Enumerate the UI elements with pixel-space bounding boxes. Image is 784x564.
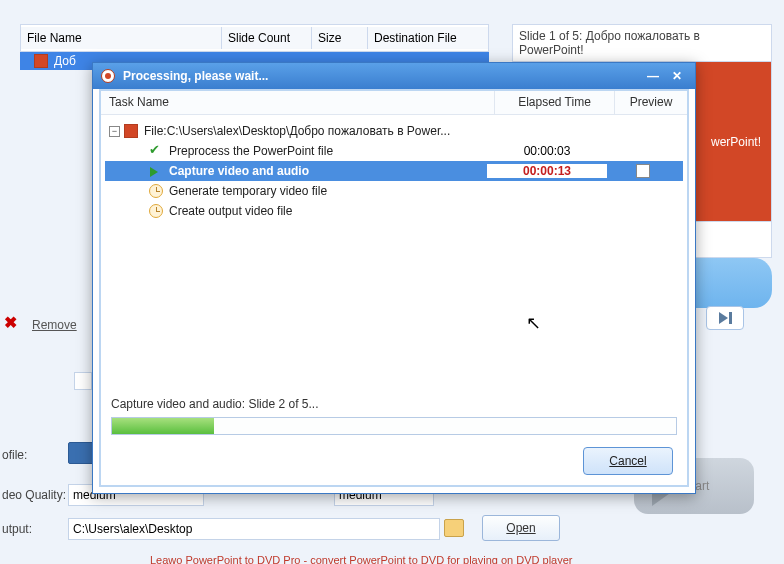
col-size[interactable]: Size <box>312 27 368 49</box>
task-row[interactable]: Generate temporary video file <box>105 181 683 201</box>
task-row-active[interactable]: Capture video and audio 00:00:13 <box>105 161 683 181</box>
collapse-icon[interactable]: − <box>109 126 120 137</box>
col-file-name[interactable]: File Name <box>21 27 222 49</box>
task-elapsed: 00:00:13 <box>487 164 607 178</box>
clock-icon <box>149 204 163 218</box>
status-text: Capture video and audio: Slide 2 of 5... <box>111 397 318 411</box>
clock-icon <box>149 184 163 198</box>
dialog-body: Task Name Elapsed Time Preview − File:C:… <box>99 89 689 487</box>
footer-text: Leawo PowerPoint to DVD Pro - convert Po… <box>150 554 572 564</box>
task-elapsed: 00:00:03 <box>487 144 607 158</box>
col-preview[interactable]: Preview <box>615 91 687 114</box>
file-table-header: File Name Slide Count Size Destination F… <box>20 24 489 52</box>
task-label: Preprocess the PowerPoint file <box>169 144 487 158</box>
open-button[interactable]: Open <box>482 515 560 541</box>
arrow-right-icon <box>149 164 163 178</box>
powerpoint-icon <box>124 124 138 138</box>
task-row[interactable]: Create output video file <box>105 201 683 221</box>
col-elapsed[interactable]: Elapsed Time <box>495 91 615 114</box>
preview-slide-text: werPoint! <box>711 135 761 149</box>
remove-x-icon[interactable]: ✖ <box>4 313 17 332</box>
dialog-titlebar[interactable]: Processing, please wait... — ✕ <box>93 63 695 89</box>
task-tree: − File:C:\Users\alex\Desktop\Добро пожал… <box>101 115 687 225</box>
toolbar-small-icon[interactable] <box>74 372 92 390</box>
remove-link[interactable]: Remove <box>32 318 77 332</box>
task-header-row: Task Name Elapsed Time Preview <box>101 91 687 115</box>
col-slide-count[interactable]: Slide Count <box>222 27 312 49</box>
output-path-input[interactable] <box>68 518 440 540</box>
task-row[interactable]: Preprocess the PowerPoint file 00:00:03 <box>105 141 683 161</box>
check-icon <box>149 144 163 158</box>
processing-dialog: Processing, please wait... — ✕ Task Name… <box>92 62 696 494</box>
col-destination[interactable]: Destination File <box>368 27 488 49</box>
app-icon <box>101 69 115 83</box>
progress-fill <box>112 418 214 434</box>
mouse-cursor-icon: ↖ <box>526 312 541 334</box>
root-label: File:C:\Users\alex\Desktop\Добро пожалов… <box>144 124 487 138</box>
video-quality-label: deo Quality: <box>2 488 66 502</box>
close-button[interactable]: ✕ <box>667 69 687 83</box>
cancel-button[interactable]: Cancel <box>583 447 673 475</box>
profile-label: ofile: <box>2 448 27 462</box>
dialog-title: Processing, please wait... <box>123 69 268 83</box>
task-label: Capture video and audio <box>169 164 487 178</box>
task-label: Create output video file <box>169 204 487 218</box>
tree-root-row[interactable]: − File:C:\Users\alex\Desktop\Добро пожал… <box>105 121 683 141</box>
task-label: Generate temporary video file <box>169 184 487 198</box>
next-icon <box>719 312 728 324</box>
col-task-name[interactable]: Task Name <box>101 91 495 114</box>
next-button[interactable] <box>706 306 744 330</box>
output-label: utput: <box>2 522 32 536</box>
next-icon-bar <box>729 312 732 324</box>
folder-icon[interactable] <box>444 519 464 537</box>
powerpoint-icon <box>34 54 48 68</box>
file-row-name: Доб <box>54 54 76 68</box>
preview-title: Slide 1 of 5: Добро пожаловать в PowerPo… <box>512 24 772 62</box>
minimize-button[interactable]: — <box>643 69 663 83</box>
preview-checkbox[interactable] <box>636 164 650 178</box>
progress-bar <box>111 417 677 435</box>
